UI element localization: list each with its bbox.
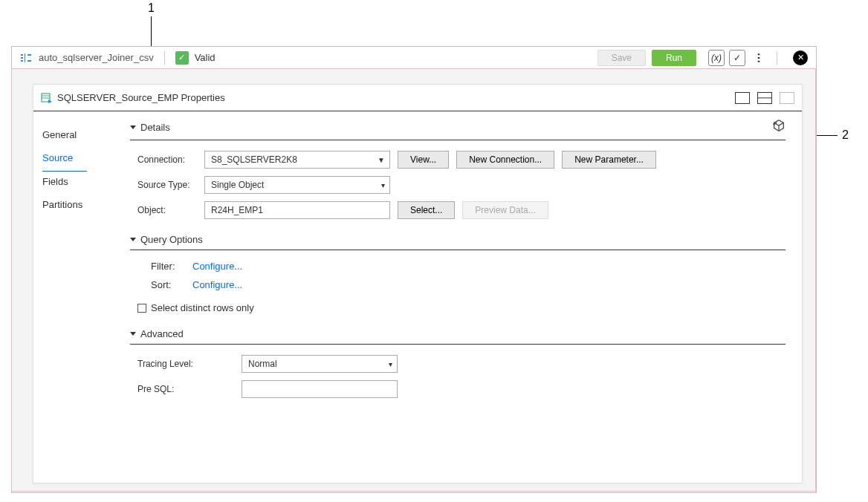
collapse-icon xyxy=(130,238,136,244)
svg-rect-5 xyxy=(27,60,31,62)
presql-label: Pre SQL: xyxy=(137,384,242,394)
distinct-row: Select distinct rows only xyxy=(130,302,786,313)
distinct-label: Select distinct rows only xyxy=(151,302,254,313)
layout-maximize-icon[interactable] xyxy=(780,92,794,104)
presql-input[interactable] xyxy=(242,380,398,398)
svg-rect-3 xyxy=(25,53,25,62)
tab-general[interactable]: General xyxy=(42,125,130,148)
sort-row: Sort: Configure... xyxy=(130,279,786,290)
sort-configure-link[interactable]: Configure... xyxy=(192,279,242,290)
caret-icon: ▾ xyxy=(389,360,392,368)
advanced-title: Advanced xyxy=(140,328,184,339)
advanced-header[interactable]: Advanced xyxy=(130,328,786,345)
close-button[interactable]: ✕ xyxy=(792,50,809,66)
properties-panel: SQLSERVER_Source_EMP Properties General … xyxy=(33,84,803,483)
panel-header: SQLSERVER_Source_EMP Properties xyxy=(33,85,802,111)
validate-icon-button[interactable]: ✓ xyxy=(729,50,745,66)
tracing-row: Tracing Level: Normal▾ xyxy=(130,355,786,373)
tab-partitions[interactable]: Partitions xyxy=(42,195,130,218)
connection-select[interactable]: S8_SQLSERVER2K8▼ xyxy=(204,151,390,169)
filter-configure-link[interactable]: Configure... xyxy=(192,261,242,272)
filter-label: Filter: xyxy=(151,261,192,272)
separator xyxy=(777,51,777,65)
query-options-header[interactable]: Query Options xyxy=(130,234,786,250)
valid-check-icon: ✓ xyxy=(175,51,189,65)
details-title: Details xyxy=(140,122,170,133)
layout-single-icon[interactable] xyxy=(735,92,750,104)
object-input[interactable]: R24H_EMP1 xyxy=(204,201,390,219)
sourcetype-value: Single Object xyxy=(211,180,264,190)
section-advanced: Advanced Tracing Level: Normal▾ Pre SQL: xyxy=(130,328,786,398)
tab-fields[interactable]: Fields xyxy=(42,172,130,195)
top-toolbar: auto_sqlserver_Joiner_csv ✓ Valid Save R… xyxy=(12,47,816,69)
mapping-icon xyxy=(19,52,33,64)
collapse-icon xyxy=(130,332,136,339)
new-connection-button[interactable]: New Connection... xyxy=(456,151,554,169)
details-header[interactable]: Details xyxy=(130,119,786,140)
sort-label: Sort: xyxy=(151,279,192,290)
variable-icon-button[interactable]: (x) xyxy=(708,50,725,66)
filter-row: Filter: Configure... xyxy=(130,261,786,272)
save-button[interactable]: Save xyxy=(597,50,646,66)
callout-1-number: 1 xyxy=(148,1,155,15)
content-area: Details Connection: S8_SQLSERVER2K8▼ Vie… xyxy=(130,111,802,483)
sourcetype-select[interactable]: Single Object▾ xyxy=(204,176,390,194)
object-label: Object: xyxy=(137,205,204,215)
connection-row: Connection: S8_SQLSERVER2K8▼ View... New… xyxy=(130,151,786,169)
new-parameter-button[interactable]: New Parameter... xyxy=(562,151,656,169)
tab-source[interactable]: Source xyxy=(42,148,87,172)
tracing-label: Tracing Level: xyxy=(137,359,242,369)
project-name: auto_sqlserver_Joiner_csv xyxy=(39,52,154,63)
select-button[interactable]: Select... xyxy=(398,201,455,219)
svg-rect-4 xyxy=(27,54,31,56)
sourcetype-row: Source Type: Single Object▾ xyxy=(130,176,786,194)
valid-status-text: Valid xyxy=(195,52,216,63)
object-row: Object: R24H_EMP1 Select... Preview Data… xyxy=(130,201,786,219)
collapse-icon xyxy=(130,126,136,132)
panel-title: SQLSERVER_Source_EMP Properties xyxy=(57,92,225,103)
caret-icon: ▼ xyxy=(378,156,385,164)
sourcetype-label: Source Type: xyxy=(137,180,204,190)
connection-value: S8_SQLSERVER2K8 xyxy=(211,154,297,165)
query-options-title: Query Options xyxy=(140,234,203,245)
view-button[interactable]: View... xyxy=(398,151,449,169)
source-transformation-icon xyxy=(41,92,53,104)
connection-label: Connection: xyxy=(137,154,204,165)
tracing-select[interactable]: Normal▾ xyxy=(242,355,398,373)
content-scroll[interactable]: Details Connection: S8_SQLSERVER2K8▼ Vie… xyxy=(130,119,790,475)
svg-rect-2 xyxy=(21,60,23,62)
app-window: auto_sqlserver_Joiner_csv ✓ Valid Save R… xyxy=(11,46,817,493)
separator xyxy=(164,51,165,65)
distinct-checkbox[interactable] xyxy=(137,304,146,313)
parameterize-icon[interactable] xyxy=(772,119,786,135)
panel-body: General Source Fields Partitions Details xyxy=(33,111,802,483)
section-details: Details Connection: S8_SQLSERVER2K8▼ Vie… xyxy=(130,119,786,219)
tracing-value: Normal xyxy=(248,359,277,369)
svg-rect-0 xyxy=(21,54,23,56)
more-menu-button[interactable]: ⋯ xyxy=(750,50,766,66)
callout-2-number: 2 xyxy=(842,128,849,142)
svg-rect-1 xyxy=(21,57,23,59)
presql-row: Pre SQL: xyxy=(130,380,786,398)
run-button[interactable]: Run xyxy=(652,50,696,66)
section-query-options: Query Options Filter: Configure... Sort:… xyxy=(130,234,786,313)
layout-split-icon[interactable] xyxy=(757,92,772,104)
preview-data-button: Preview Data... xyxy=(462,201,548,219)
object-value: R24H_EMP1 xyxy=(211,205,263,215)
caret-icon: ▾ xyxy=(381,181,385,189)
side-tabs: General Source Fields Partitions xyxy=(33,111,130,483)
